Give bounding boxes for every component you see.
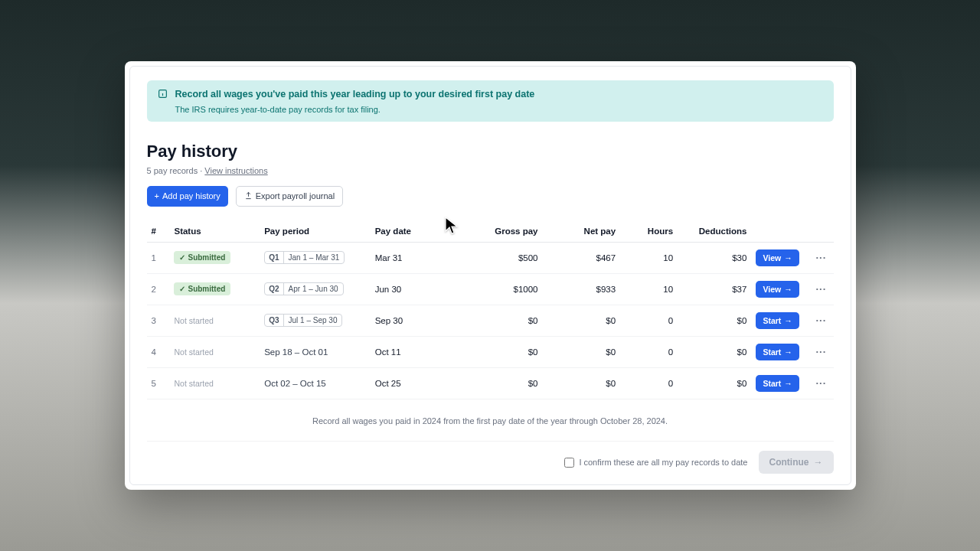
hours: 0 — [620, 367, 678, 399]
action-bar: + Add pay history Export payroll journal — [147, 186, 834, 207]
row-number: 1 — [147, 242, 170, 273]
view-button[interactable]: View → — [756, 249, 799, 266]
footnote: Record all wages you paid in 2024 from t… — [147, 416, 834, 425]
row-number: 5 — [147, 367, 170, 399]
record-count: 5 pay records — [147, 166, 198, 175]
table-row: 3Not startedQ3Jul 1 – Sep 30Sep 30$0$00$… — [147, 305, 834, 336]
net-pay: $933 — [542, 273, 620, 305]
confirm-checkbox[interactable] — [564, 458, 574, 468]
col-deductions: Deductions — [678, 220, 751, 243]
confirm-checkbox-label[interactable]: I confirm these are all my pay records t… — [564, 458, 747, 468]
more-menu-button[interactable]: ··· — [808, 336, 833, 367]
banner-subtitle: The IRS requires year-to-date pay record… — [175, 105, 535, 114]
continue-label: Continue — [769, 457, 809, 468]
more-menu-button[interactable]: ··· — [808, 242, 833, 273]
pay-period-text: Oct 02 – Oct 15 — [264, 379, 326, 388]
col-pay-date: Pay date — [371, 220, 452, 243]
export-icon — [244, 191, 253, 201]
view-instructions-link[interactable]: View instructions — [204, 166, 267, 175]
arrow-right-icon: → — [814, 457, 823, 468]
hours: 0 — [620, 305, 678, 336]
pay-date: Sep 30 — [371, 305, 452, 336]
page-subline: 5 pay records · View instructions — [147, 166, 834, 175]
modal: Record all wages you've paid this year l… — [125, 61, 856, 490]
export-label: Export payroll journal — [256, 191, 335, 201]
add-pay-history-label: Add pay history — [162, 191, 220, 201]
pay-period-chip: Q2Apr 1 – Jun 30 — [264, 282, 343, 295]
start-button[interactable]: Start → — [756, 312, 799, 329]
hours: 10 — [620, 242, 678, 273]
pay-period-chip: Q3Jul 1 – Sep 30 — [264, 314, 342, 327]
arrow-right-icon: → — [784, 253, 792, 262]
net-pay: $467 — [542, 242, 620, 273]
col-gross-pay: Gross pay — [452, 220, 543, 243]
modal-body: Record all wages you've paid this year l… — [129, 66, 851, 485]
status-not-started: Not started — [174, 379, 213, 388]
table-row: 2✓SubmittedQ2Apr 1 – Jun 30Jun 30$1000$9… — [147, 273, 834, 305]
start-button[interactable]: Start → — [756, 375, 799, 392]
pay-period-text: Sep 18 – Oct 01 — [264, 347, 328, 357]
info-banner: Record all wages you've paid this year l… — [147, 80, 834, 122]
col-net-pay: Net pay — [542, 220, 620, 243]
view-button[interactable]: View → — [756, 281, 799, 298]
pay-period-chip: Q1Jan 1 – Mar 31 — [264, 251, 345, 264]
status-not-started: Not started — [174, 347, 213, 357]
check-icon: ✓ — [179, 253, 185, 262]
col-hours: Hours — [620, 220, 678, 243]
continue-button[interactable]: Continue → — [759, 451, 834, 474]
status-badge-submitted: ✓Submitted — [174, 251, 230, 264]
table-row: 4Not startedSep 18 – Oct 01Oct 11$0$00$0… — [147, 336, 834, 367]
more-menu-button[interactable]: ··· — [808, 305, 833, 336]
gross-pay: $0 — [452, 367, 543, 399]
plus-icon: + — [155, 191, 159, 201]
deductions: $0 — [678, 336, 751, 367]
check-icon: ✓ — [179, 285, 185, 293]
more-menu-button[interactable]: ··· — [808, 367, 833, 399]
more-menu-button[interactable]: ··· — [808, 273, 833, 305]
info-icon — [158, 89, 168, 114]
col-pay-period: Pay period — [260, 220, 371, 243]
modal-footer: I confirm these are all my pay records t… — [147, 441, 834, 474]
table-row: 1✓SubmittedQ1Jan 1 – Mar 31Mar 31$500$46… — [147, 242, 834, 273]
arrow-right-icon: → — [784, 379, 792, 388]
row-number: 4 — [147, 336, 170, 367]
add-pay-history-button[interactable]: + Add pay history — [147, 186, 228, 207]
page-title: Pay history — [147, 142, 834, 161]
confirm-text: I confirm these are all my pay records t… — [579, 458, 747, 467]
row-number: 3 — [147, 305, 170, 336]
deductions: $37 — [678, 273, 751, 305]
pay-date: Oct 11 — [371, 336, 452, 367]
arrow-right-icon: → — [784, 285, 792, 294]
status-badge-submitted: ✓Submitted — [174, 282, 230, 295]
banner-title: Record all wages you've paid this year l… — [175, 88, 535, 102]
hours: 0 — [620, 336, 678, 367]
export-payroll-journal-button[interactable]: Export payroll journal — [236, 186, 343, 207]
gross-pay: $0 — [452, 305, 543, 336]
row-number: 2 — [147, 273, 170, 305]
table-row: 5Not startedOct 02 – Oct 15Oct 25$0$00$0… — [147, 367, 834, 399]
status-not-started: Not started — [174, 316, 213, 325]
net-pay: $0 — [542, 367, 620, 399]
arrow-right-icon: → — [784, 316, 792, 325]
pay-history-table: # Status Pay period Pay date Gross pay N… — [147, 220, 834, 399]
deductions: $0 — [678, 367, 751, 399]
gross-pay: $500 — [452, 242, 543, 273]
start-button[interactable]: Start → — [756, 344, 799, 360]
pay-date: Jun 30 — [371, 273, 452, 305]
col-number: # — [147, 220, 170, 243]
net-pay: $0 — [542, 305, 620, 336]
arrow-right-icon: → — [784, 347, 792, 357]
col-status: Status — [169, 220, 260, 243]
net-pay: $0 — [542, 336, 620, 367]
hours: 10 — [620, 273, 678, 305]
deductions: $0 — [678, 305, 751, 336]
pay-date: Mar 31 — [371, 242, 452, 273]
pay-date: Oct 25 — [371, 367, 452, 399]
gross-pay: $1000 — [452, 273, 543, 305]
gross-pay: $0 — [452, 336, 543, 367]
deductions: $30 — [678, 242, 751, 273]
